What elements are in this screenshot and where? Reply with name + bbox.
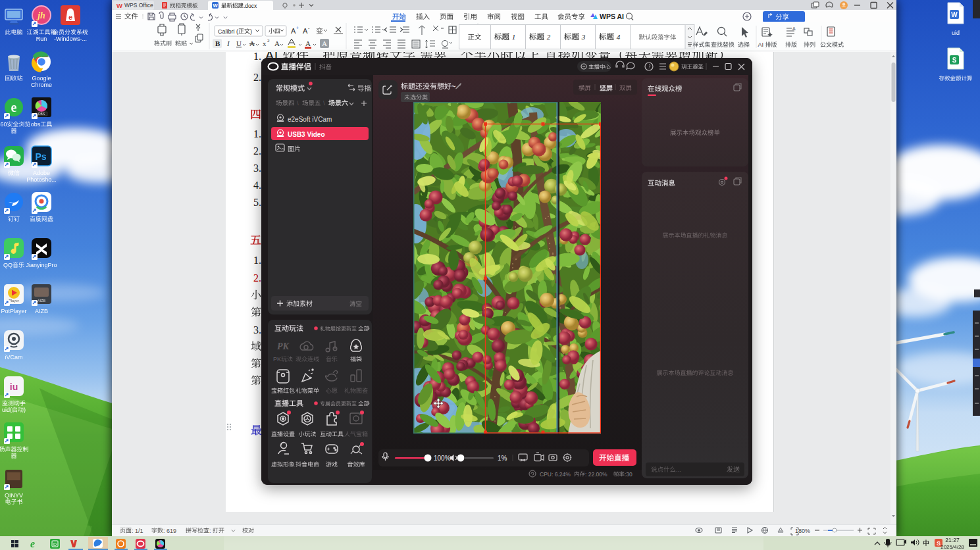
svg-text:uid(: uid( (2, 407, 12, 413)
svg-text:+: + (296, 26, 299, 30)
svg-text:1.: 1. (253, 255, 261, 266)
svg-text:AIZB: AIZB (38, 299, 46, 303)
svg-text:Chrome: Chrome (31, 82, 52, 88)
svg-text:A: A (274, 39, 280, 47)
svg-text:USB3 Video: USB3 Video (288, 131, 325, 138)
svg-text:100%: 100% (434, 455, 451, 462)
svg-text:W: W (213, 3, 218, 9)
svg-text:3.: 3. (253, 324, 261, 336)
svg-text:21:27: 21:27 (945, 537, 960, 543)
svg-text:\: \ (323, 99, 325, 107)
svg-text:e: e (30, 538, 35, 549)
svg-text:A: A (291, 27, 296, 35)
svg-text:jh: jh (36, 11, 45, 20)
svg-text:AI: AI (758, 41, 765, 48)
svg-text:Photosho...: Photosho... (26, 176, 57, 183)
svg-text:1.: 1. (253, 52, 261, 62)
svg-text:2: 2 (547, 33, 551, 41)
svg-text:2025/4/28: 2025/4/28 (941, 544, 964, 550)
svg-text:QINYV: QINYV (5, 492, 23, 499)
svg-text::: : (209, 528, 213, 534)
svg-text:AIZB: AIZB (35, 308, 48, 314)
svg-text:x: x (263, 39, 267, 47)
svg-text:\: \ (297, 99, 299, 107)
svg-text:S: S (937, 540, 941, 547)
svg-text:A: A (792, 26, 796, 31)
svg-text:W: W (116, 2, 122, 9)
svg-text:2: 2 (267, 38, 270, 43)
svg-text:1: 1 (512, 33, 516, 41)
svg-text:360: 360 (0, 121, 7, 128)
svg-text:Player: Player (9, 299, 19, 303)
svg-text:uid: uid (952, 30, 960, 36)
svg-text:iVCam: iVCam (5, 354, 23, 361)
svg-text:A: A (303, 27, 308, 35)
svg-text:-Windows-...: -Windows-... (54, 36, 87, 42)
svg-text:B: B (215, 39, 220, 47)
svg-text:PK: PK (273, 356, 281, 362)
svg-text:: 22.00%: : 22.00% (585, 471, 607, 478)
svg-text:...: ... (676, 466, 681, 473)
svg-text:): ) (24, 407, 26, 413)
svg-text:D: D (53, 542, 57, 547)
svg-text:Run: Run (36, 36, 47, 42)
svg-text:4.: 4. (253, 180, 261, 191)
svg-text:JianyingPro: JianyingPro (26, 262, 57, 268)
svg-text:2.: 2. (253, 72, 261, 83)
svg-text:3.: 3. (253, 162, 261, 174)
svg-text:A: A (249, 39, 255, 47)
svg-text:iu: iu (10, 382, 18, 392)
svg-text:1%: 1% (498, 455, 507, 462)
svg-text:2.: 2. (253, 272, 261, 284)
svg-text:WPS AI: WPS AI (600, 12, 624, 20)
svg-text::30: :30 (625, 471, 632, 478)
svg-text:.docx: .docx (244, 3, 257, 9)
svg-text:PotPlayer: PotPlayer (1, 308, 27, 314)
svg-text:2.: 2. (253, 145, 261, 157)
svg-text:A: A (305, 39, 311, 47)
svg-text:): ) (250, 28, 252, 35)
svg-text:: 1/1: : 1/1 (132, 528, 143, 534)
svg-text:e: e (11, 100, 17, 114)
svg-text:OBS: OBS (38, 112, 45, 116)
svg-text:PK: PK (277, 341, 290, 351)
svg-text:A: A (322, 39, 327, 47)
svg-text:Adobe: Adobe (33, 170, 50, 176)
svg-text:Ps: Ps (35, 151, 46, 162)
svg-text:1.: 1. (253, 128, 261, 139)
svg-text:~: ~ (451, 82, 456, 90)
svg-text:e2eSoft iVCam: e2eSoft iVCam (288, 116, 332, 123)
svg-text:e: e (68, 13, 72, 21)
svg-text:S: S (952, 57, 957, 64)
svg-text:Calibri (: Calibri ( (218, 28, 238, 35)
svg-text:obs: obs (31, 121, 41, 128)
svg-text:3: 3 (581, 33, 586, 41)
svg-text:U: U (236, 39, 242, 47)
svg-text:QQ: QQ (3, 262, 13, 268)
svg-text:W: W (951, 11, 958, 18)
svg-text:: 619: : 619 (163, 528, 176, 534)
svg-text:180%: 180% (795, 528, 810, 534)
svg-text:4: 4 (617, 33, 621, 41)
svg-text:CPU: 6.24%: CPU: 6.24% (540, 471, 571, 478)
svg-text:WPS Office: WPS Office (124, 2, 153, 9)
svg-text:Google: Google (32, 75, 51, 82)
svg-text:5.: 5. (253, 197, 261, 208)
